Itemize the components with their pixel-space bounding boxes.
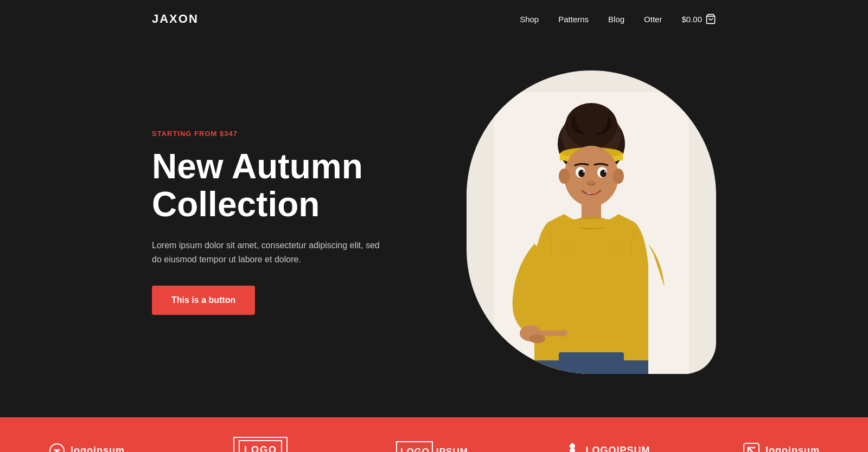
logo-item-1: logoipsum [0, 443, 174, 453]
logo3-container: LOGO IPSUM [396, 441, 472, 453]
nav-otter[interactable]: Otter [644, 15, 662, 24]
svg-point-22 [604, 171, 606, 173]
svg-rect-31 [534, 360, 648, 374]
logo2-text: LOGO [233, 437, 288, 452]
logo1-icon [49, 443, 65, 453]
svg-text:LOGO: LOGO [244, 444, 277, 452]
svg-point-42 [569, 443, 576, 449]
cart-icon [705, 14, 716, 24]
logo-item-2: LOGO [174, 437, 347, 452]
svg-rect-25 [540, 331, 561, 336]
hero-image-container [467, 70, 716, 374]
svg-point-13 [559, 169, 570, 184]
nav-links: Shop Patterns Blog Otter $0.00 [520, 14, 716, 24]
logo-item-3: LOGO IPSUM [347, 441, 521, 453]
cart-price: $0.00 [681, 15, 702, 24]
logo4-text: LOGOIPSUM [585, 445, 650, 452]
svg-text:IPSUM: IPSUM [436, 447, 468, 453]
logo5-text: logoipsum [765, 445, 820, 452]
hero-subtitle: STARTING FROM $347 [152, 130, 391, 138]
svg-point-7 [575, 104, 608, 134]
svg-rect-29 [572, 219, 610, 228]
hero-cta-button[interactable]: This is a button [152, 286, 255, 315]
hero-title: New AutumnCollection [152, 147, 391, 224]
logo4-icon [565, 442, 580, 453]
hero-content: STARTING FROM $347 New AutumnCollection … [152, 130, 391, 315]
site-logo[interactable]: JAXON [152, 12, 199, 26]
svg-point-26 [559, 330, 567, 337]
hero-image-shape [467, 70, 716, 374]
hero-person-illustration [494, 92, 689, 374]
nav-patterns[interactable]: Patterns [558, 15, 589, 24]
svg-point-33 [55, 450, 59, 453]
nav-blog[interactable]: Blog [608, 15, 624, 24]
logo5-icon [743, 442, 760, 453]
logo1-text: logoipsum [71, 445, 125, 452]
svg-point-27 [529, 334, 545, 343]
logo-item-5: logoipsum [694, 442, 868, 453]
logo3-icon: LOGO IPSUM [396, 441, 472, 453]
logo-item-4: LOGOIPSUM [521, 442, 694, 453]
svg-point-14 [613, 169, 624, 184]
hero-section: STARTING FROM $347 New AutumnCollection … [0, 38, 868, 417]
logo2-icon: LOGO [239, 440, 282, 452]
svg-point-21 [583, 171, 584, 173]
cart-button[interactable]: $0.00 [681, 14, 716, 24]
logos-strip: logoipsum LOGO LOGO IPSUM [0, 417, 868, 452]
svg-point-11 [564, 146, 618, 206]
nav-shop[interactable]: Shop [520, 15, 539, 24]
svg-text:LOGO: LOGO [400, 447, 430, 453]
navbar: JAXON Shop Patterns Blog Otter $0.00 [0, 0, 868, 38]
hero-description: Lorem ipsum dolor sit amet, consectetur … [152, 238, 391, 266]
